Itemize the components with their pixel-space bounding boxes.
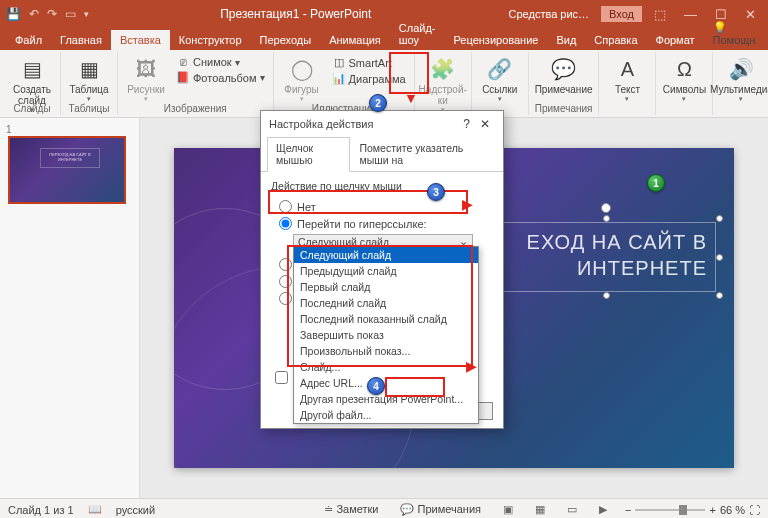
zoom-control[interactable]: − + 66 % ⛶ bbox=[625, 504, 760, 516]
selected-textbox[interactable]: ЕХОД НА САЙТ В ИНТЕРНЕТЕ bbox=[496, 222, 716, 292]
tab-slideshow[interactable]: Слайд-шоу bbox=[390, 18, 445, 50]
dialog-tab-click[interactable]: Щелчок мышью bbox=[267, 137, 350, 172]
tab-transitions[interactable]: Переходы bbox=[251, 30, 321, 50]
dropdown-item[interactable]: Предыдущий слайд bbox=[294, 263, 478, 279]
radio-run-macro[interactable] bbox=[279, 275, 292, 288]
tab-review[interactable]: Рецензирование bbox=[445, 30, 548, 50]
chart-button[interactable]: 📊Диаграмма bbox=[330, 71, 408, 86]
tell-me[interactable]: 💡 Помощн bbox=[704, 17, 765, 50]
radio-run-program[interactable] bbox=[279, 258, 292, 271]
radio-none[interactable] bbox=[279, 200, 292, 213]
resize-handle[interactable] bbox=[603, 215, 610, 222]
zoom-slider[interactable] bbox=[635, 509, 705, 511]
ribbon-tabs: Файл Главная Вставка Конструктор Переход… bbox=[0, 28, 768, 50]
comment-button[interactable]: 💬 Примечание bbox=[542, 52, 586, 95]
tab-design[interactable]: Конструктор bbox=[170, 30, 251, 50]
zoom-out-icon[interactable]: − bbox=[625, 504, 631, 516]
dropdown-item[interactable]: Последний слайд bbox=[294, 295, 478, 311]
play-sound-checkbox[interactable] bbox=[275, 371, 288, 384]
quick-access-toolbar: 💾 ↶ ↷ ▭ ▾ bbox=[6, 7, 89, 21]
resize-handle[interactable] bbox=[716, 292, 723, 299]
tab-file[interactable]: Файл bbox=[6, 30, 51, 50]
symbols-button[interactable]: Ω Символы▾ bbox=[662, 52, 706, 103]
tab-animation[interactable]: Анимация bbox=[320, 30, 390, 50]
addins-button[interactable]: 🧩 Надстрой-ки▾ bbox=[421, 52, 465, 114]
resize-handle[interactable] bbox=[716, 254, 723, 261]
tab-help[interactable]: Справка bbox=[585, 30, 646, 50]
undo-icon[interactable]: ↶ bbox=[29, 7, 39, 21]
tab-home[interactable]: Главная bbox=[51, 30, 111, 50]
group-slides-label: Слайды bbox=[13, 103, 50, 114]
comments-button[interactable]: 💬 Примечания bbox=[396, 501, 485, 518]
zoom-in-icon[interactable]: + bbox=[709, 504, 715, 516]
radio-hyperlink[interactable] bbox=[279, 217, 292, 230]
table-button[interactable]: ▦ Таблица▾ bbox=[67, 52, 111, 103]
radio-object-action[interactable] bbox=[279, 292, 292, 305]
picture-icon: 🖼 bbox=[132, 56, 160, 82]
pictures-button[interactable]: 🖼 Рисунки▾ bbox=[124, 52, 168, 103]
annotation-callout-2: 2 bbox=[369, 94, 387, 112]
slide-thumbnails-pane[interactable]: 1 ПЕРЕХОД НА САЙТ В ИНТЕРНЕТЕ bbox=[0, 118, 140, 498]
signin-button[interactable]: Вход bbox=[601, 6, 642, 22]
link-icon: 🔗 bbox=[486, 56, 514, 82]
option-none[interactable]: Нет bbox=[271, 198, 493, 215]
dropdown-item[interactable]: Следующий слайд bbox=[294, 247, 478, 263]
normal-view-icon[interactable]: ▣ bbox=[499, 501, 517, 518]
dialog-tab-hover[interactable]: Поместите указатель мыши на bbox=[350, 137, 497, 171]
screenshot-button[interactable]: ⎚Снимок ▾ bbox=[174, 55, 267, 69]
notes-button[interactable]: ≐ Заметки bbox=[320, 501, 382, 518]
dropdown-item[interactable]: Адрес URL... bbox=[294, 375, 478, 391]
tab-format[interactable]: Формат bbox=[647, 30, 704, 50]
option-hyperlink[interactable]: Перейти по гиперссылке: bbox=[271, 215, 493, 232]
addins-icon: 🧩 bbox=[429, 56, 457, 82]
new-slide-icon: ▤ bbox=[18, 56, 46, 82]
share-button[interactable]: 👤 Поделиться bbox=[764, 17, 768, 50]
album-icon: 📕 bbox=[176, 71, 190, 84]
text-button[interactable]: A Текст▾ bbox=[605, 52, 649, 103]
redo-icon[interactable]: ↷ bbox=[47, 7, 57, 21]
shapes-button[interactable]: ◯ Фигуры▾ bbox=[280, 52, 324, 103]
save-icon[interactable]: 💾 bbox=[6, 7, 21, 21]
chart-icon: 📊 bbox=[332, 72, 346, 85]
dropdown-item[interactable]: Завершить показ bbox=[294, 327, 478, 343]
media-button[interactable]: 🔊 Мультимедиа▾ bbox=[719, 52, 763, 103]
dialog-title: Настройка действия bbox=[269, 118, 373, 130]
dialog-close-icon[interactable]: ✕ bbox=[475, 117, 495, 131]
table-icon: ▦ bbox=[75, 56, 103, 82]
spellcheck-icon[interactable]: 📖 bbox=[88, 503, 102, 516]
minimize-icon[interactable]: — bbox=[678, 7, 703, 22]
zoom-value[interactable]: 66 % bbox=[720, 504, 745, 516]
smartart-button[interactable]: ◫SmartArt bbox=[330, 55, 408, 70]
comment-icon: 💬 bbox=[550, 56, 578, 82]
sorter-view-icon[interactable]: ▦ bbox=[531, 501, 549, 518]
thumb-title: ПЕРЕХОД НА САЙТ В ИНТЕРНЕТЕ bbox=[40, 148, 100, 168]
resize-handle[interactable] bbox=[603, 292, 610, 299]
language-indicator[interactable]: русский bbox=[116, 504, 155, 516]
ribbon-options-icon[interactable]: ⬚ bbox=[648, 7, 672, 22]
start-show-icon[interactable]: ▭ bbox=[65, 7, 76, 21]
tab-view[interactable]: Вид bbox=[547, 30, 585, 50]
annotation-callout-1: 1 bbox=[647, 174, 665, 192]
dropdown-item[interactable]: Другой файл... bbox=[294, 407, 478, 423]
shapes-icon: ◯ bbox=[288, 56, 316, 82]
resize-handle[interactable] bbox=[716, 215, 723, 222]
dropdown-item[interactable]: Последний показанный слайд bbox=[294, 311, 478, 327]
slide-counter[interactable]: Слайд 1 из 1 bbox=[8, 504, 74, 516]
hyperlink-dropdown: Следующий слайд Предыдущий слайд Первый … bbox=[293, 246, 479, 424]
dropdown-item[interactable]: Другая презентация PowerPoint... bbox=[294, 391, 478, 407]
group-tables-label: Таблицы bbox=[69, 103, 110, 114]
status-bar: Слайд 1 из 1 📖 русский ≐ Заметки 💬 Приме… bbox=[0, 498, 768, 518]
dialog-help-icon[interactable]: ? bbox=[458, 117, 475, 131]
slideshow-view-icon[interactable]: ▶ bbox=[595, 501, 611, 518]
dropdown-item[interactable]: Произвольный показ... bbox=[294, 343, 478, 359]
reading-view-icon[interactable]: ▭ bbox=[563, 501, 581, 518]
rotate-handle[interactable] bbox=[601, 203, 611, 213]
fit-to-window-icon[interactable]: ⛶ bbox=[749, 504, 760, 516]
links-button[interactable]: 🔗 Ссылки▾ bbox=[478, 52, 522, 103]
dropdown-item[interactable]: Первый слайд bbox=[294, 279, 478, 295]
dropdown-item[interactable]: Слайд... bbox=[294, 359, 478, 375]
tab-insert[interactable]: Вставка bbox=[111, 30, 170, 50]
group-label: Действие по щелчку мыши bbox=[271, 180, 493, 192]
photo-album-button[interactable]: 📕Фотоальбом ▾ bbox=[174, 70, 267, 85]
slide-thumbnail[interactable]: ПЕРЕХОД НА САЙТ В ИНТЕРНЕТЕ bbox=[8, 136, 126, 204]
